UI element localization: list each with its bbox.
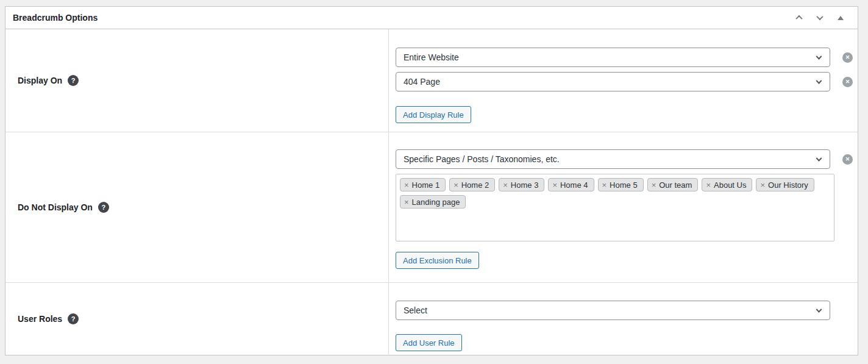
display-rule-line: Entire Website ✕ <box>396 48 858 67</box>
chevron-up-icon <box>795 15 802 22</box>
user-roles-label: User Roles <box>18 314 62 324</box>
tag-label: Home 1 <box>412 180 440 190</box>
user-roles-select[interactable]: Select <box>396 301 830 320</box>
display-rule-select-2[interactable]: 404 Page <box>396 72 830 91</box>
display-rule-select-2-value: 404 Page <box>404 77 440 87</box>
help-icon[interactable]: ? <box>68 75 79 86</box>
display-on-label: Display On <box>18 76 62 85</box>
panel-header: Breadcrumb Options <box>5 7 858 29</box>
remove-rule-icon[interactable]: ✕ <box>842 52 853 63</box>
triangle-up-icon <box>838 16 844 20</box>
breadcrumb-options-panel: Breadcrumb Options Display On ? Entire W… <box>5 6 858 355</box>
add-user-rule-button[interactable]: Add User Rule <box>396 334 462 351</box>
tag-label: About Us <box>714 180 746 190</box>
page-background: { "panel": { "title": "Breadcrumb Option… <box>0 0 868 364</box>
do-not-display-row: Do Not Display On ? Specific Pages / Pos… <box>5 132 858 283</box>
user-rule-line: Select <box>396 301 858 320</box>
tag-remove-icon[interactable]: × <box>760 180 765 190</box>
excluded-page-tag: ×Our team <box>647 178 699 191</box>
excluded-page-tag: ×Landing page <box>400 195 466 209</box>
excluded-page-tag: ×Our History <box>756 178 814 191</box>
user-roles-row: User Roles ? Select Add User Rule <box>5 283 858 355</box>
excluded-page-tag: ×About Us <box>702 178 752 191</box>
excluded-page-tag: ×Home 5 <box>598 178 644 191</box>
tag-label: Home 2 <box>461 180 489 190</box>
display-on-label-cell: Display On ? <box>5 29 389 132</box>
do-not-display-label-cell: Do Not Display On ? <box>5 132 389 282</box>
select-chevron-icon <box>816 78 822 84</box>
do-not-display-label: Do Not Display On <box>18 202 93 212</box>
add-display-rule-button[interactable]: Add Display Rule <box>396 106 471 123</box>
exclusion-rule-select-value: Specific Pages / Posts / Taxonomies, etc… <box>404 154 560 164</box>
user-roles-select-value: Select <box>404 305 427 315</box>
exclusion-rule-select[interactable]: Specific Pages / Posts / Taxonomies, etc… <box>396 149 830 169</box>
remove-rule-icon[interactable]: ✕ <box>842 77 853 87</box>
user-roles-controls: Select Add User Rule <box>389 283 858 355</box>
move-up-button[interactable] <box>793 12 805 24</box>
tag-label: Our History <box>768 180 808 190</box>
panel-header-actions <box>793 12 850 24</box>
excluded-pages-multiselect[interactable]: ×Home 1 ×Home 2 ×Home 3 ×Home 4 ×Home 5 … <box>396 174 834 241</box>
tag-remove-icon[interactable]: × <box>652 180 656 190</box>
tag-label: Landing page <box>412 198 460 207</box>
display-rule-line: 404 Page ✕ <box>396 72 858 91</box>
tag-remove-icon[interactable]: × <box>454 180 458 190</box>
excluded-page-tag: ×Home 3 <box>499 178 544 191</box>
display-on-row: Display On ? Entire Website ✕ 404 Page <box>5 29 858 132</box>
user-roles-label-cell: User Roles ? <box>5 283 389 355</box>
chevron-down-icon <box>816 13 823 20</box>
tag-remove-icon[interactable]: × <box>706 180 711 190</box>
select-chevron-icon <box>816 307 822 313</box>
tag-label: Home 5 <box>610 180 638 190</box>
help-icon[interactable]: ? <box>98 202 109 213</box>
tag-remove-icon[interactable]: × <box>602 180 607 190</box>
display-on-controls: Entire Website ✕ 404 Page ✕ Add Display … <box>389 29 858 132</box>
add-exclusion-rule-button[interactable]: Add Exclusion Rule <box>396 252 479 269</box>
tag-label: Home 3 <box>511 180 539 190</box>
panel-title: Breadcrumb Options <box>13 13 98 23</box>
toggle-panel-button[interactable] <box>834 12 847 24</box>
move-down-button[interactable] <box>814 12 826 24</box>
do-not-display-controls: Specific Pages / Posts / Taxonomies, etc… <box>389 132 858 282</box>
panel-body: Display On ? Entire Website ✕ 404 Page <box>5 29 858 355</box>
remove-rule-icon[interactable]: ✕ <box>842 154 853 165</box>
exclusion-rule-line: Specific Pages / Posts / Taxonomies, etc… <box>396 149 858 169</box>
tag-remove-icon[interactable]: × <box>503 180 508 190</box>
display-rule-select-1[interactable]: Entire Website <box>396 48 830 67</box>
excluded-page-tag: ×Home 2 <box>449 178 495 191</box>
excluded-page-tag: ×Home 1 <box>400 178 446 191</box>
excluded-page-tag: ×Home 4 <box>548 178 594 191</box>
help-icon[interactable]: ? <box>68 313 79 324</box>
display-rule-select-1-value: Entire Website <box>404 52 459 62</box>
tag-label: Home 4 <box>560 180 588 190</box>
tag-remove-icon[interactable]: × <box>552 180 557 190</box>
tag-remove-icon[interactable]: × <box>404 198 409 207</box>
select-chevron-icon <box>816 155 822 162</box>
select-chevron-icon <box>816 54 822 60</box>
tag-remove-icon[interactable]: × <box>404 180 409 190</box>
tag-label: Our team <box>659 180 692 190</box>
